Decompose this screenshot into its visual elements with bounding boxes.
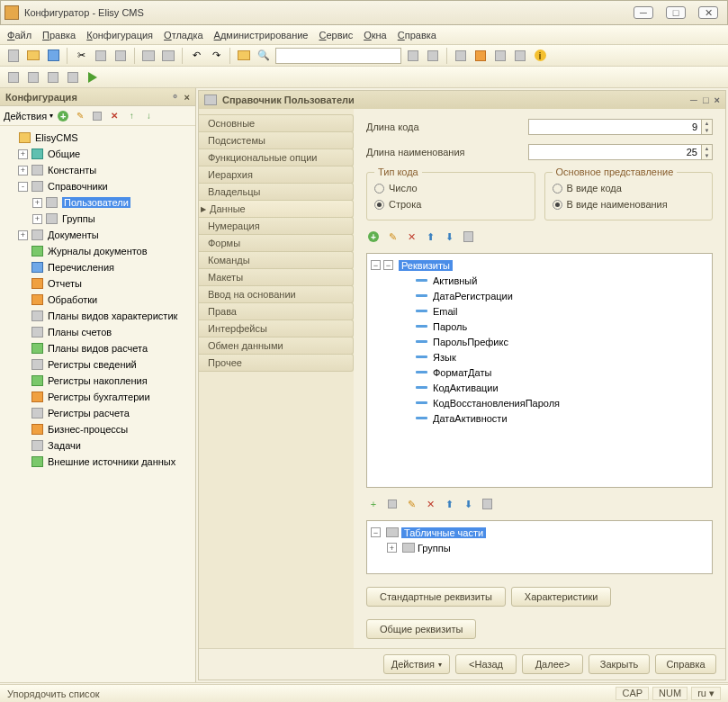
tree-item[interactable]: Регистры бухгалтерии bbox=[2, 389, 193, 405]
copy-icon[interactable] bbox=[93, 48, 109, 64]
tp-up-icon[interactable]: ⬆ bbox=[442, 497, 456, 511]
st3-icon[interactable] bbox=[45, 69, 61, 86]
undo-icon[interactable]: ↶ bbox=[188, 48, 204, 64]
wizard-next-button[interactable]: Далее> bbox=[522, 654, 583, 674]
tabparts-tree-box[interactable]: −Табличные части+Группы bbox=[366, 520, 713, 574]
prop-up-icon[interactable]: ⬆ bbox=[423, 230, 437, 244]
radio-string[interactable]: Строка bbox=[374, 196, 527, 212]
spin-up-icon[interactable]: ▲ bbox=[701, 120, 712, 127]
close-panel-icon[interactable]: × bbox=[184, 92, 190, 103]
editor-maximize-icon[interactable]: □ bbox=[703, 94, 709, 105]
status-lang[interactable]: ru ▾ bbox=[691, 687, 721, 700]
maximize-button[interactable]: □ bbox=[666, 6, 686, 19]
tree-item[interactable]: +Документы bbox=[2, 227, 193, 243]
tree-item[interactable]: Планы счетов bbox=[2, 324, 193, 340]
common-attrs-button[interactable]: Общие реквизиты bbox=[366, 619, 476, 639]
tree-item[interactable]: Обработки bbox=[2, 292, 193, 308]
tree-item[interactable]: Внешние источники данных bbox=[2, 454, 193, 470]
editor-minimize-icon[interactable]: ─ bbox=[690, 94, 697, 105]
tb2-icon[interactable] bbox=[425, 48, 441, 64]
folder-icon[interactable] bbox=[236, 48, 252, 64]
props-tree-box[interactable]: −−РеквизитыАктивныйДатаРегистрацииEmailП… bbox=[366, 253, 713, 488]
nav-tab[interactable]: Макеты bbox=[199, 268, 354, 286]
prop-down-icon[interactable]: ⬇ bbox=[442, 230, 456, 244]
wizard-back-button[interactable]: <Назад bbox=[455, 654, 517, 674]
st2-icon[interactable] bbox=[25, 69, 41, 86]
editor-close-icon[interactable]: × bbox=[715, 94, 720, 105]
nav-tab[interactable]: Прочее bbox=[199, 354, 354, 372]
name-length-input[interactable]: ▲▼ bbox=[528, 144, 713, 160]
tree-item[interactable]: +Пользователи bbox=[2, 194, 193, 211]
menu-help[interactable]: Справка bbox=[398, 30, 436, 40]
tree-item[interactable]: Планы видов расчета bbox=[2, 340, 193, 356]
paste-icon[interactable] bbox=[112, 48, 129, 64]
config-tree[interactable]: ElisyCMS+Общие+Константы-Справочники+Пол… bbox=[0, 126, 195, 682]
save-icon[interactable] bbox=[45, 48, 61, 64]
nav-tab[interactable]: Иерархия bbox=[199, 166, 354, 184]
run-icon[interactable] bbox=[85, 69, 101, 86]
wizard-help-button[interactable]: Справка bbox=[655, 654, 716, 674]
code-length-value[interactable] bbox=[529, 122, 701, 132]
tp-edit-icon[interactable]: ✎ bbox=[404, 497, 418, 511]
nav-tab[interactable]: Основные bbox=[199, 114, 354, 132]
menu-windows[interactable]: Окна bbox=[364, 30, 387, 40]
radio-number[interactable]: Число bbox=[374, 180, 527, 196]
nav-tab[interactable]: Команды bbox=[199, 251, 354, 269]
edit-icon[interactable]: ✎ bbox=[73, 109, 87, 123]
sort-icon[interactable]: ↓ bbox=[141, 109, 156, 123]
tree-item[interactable]: Регистры накопления bbox=[2, 373, 193, 389]
new-icon[interactable] bbox=[5, 48, 22, 64]
radio-as-code[interactable]: В виде кода bbox=[553, 180, 706, 196]
cut-icon[interactable]: ✂ bbox=[73, 48, 89, 64]
tree-item[interactable]: Отчеты bbox=[2, 275, 193, 292]
menu-admin[interactable]: Администрирование bbox=[214, 30, 309, 40]
refresh-icon[interactable]: ↑ bbox=[124, 109, 139, 123]
open-icon[interactable] bbox=[25, 48, 41, 64]
menu-edit[interactable]: Правка bbox=[42, 30, 76, 40]
tree-item[interactable]: Перечисления bbox=[2, 259, 193, 275]
name-length-value[interactable] bbox=[529, 147, 701, 158]
prop-delete-icon[interactable]: ✕ bbox=[404, 230, 418, 244]
tree-item[interactable]: Регистры сведений bbox=[2, 356, 193, 373]
tb1-icon[interactable] bbox=[405, 48, 421, 64]
nav-tab[interactable]: Подсистемы bbox=[199, 131, 354, 149]
tb4-icon[interactable] bbox=[492, 48, 508, 64]
calendar-icon[interactable] bbox=[512, 48, 528, 64]
menu-service[interactable]: Сервис bbox=[319, 30, 353, 40]
nav-tab[interactable]: Владельцы bbox=[199, 183, 354, 201]
wand-icon[interactable] bbox=[90, 109, 104, 123]
tree-item[interactable]: Журналы документов bbox=[2, 243, 193, 259]
tree-item[interactable]: +Общие bbox=[2, 146, 193, 162]
wizard-close-button[interactable]: Закрыть bbox=[589, 654, 650, 674]
nav-tab[interactable]: Функциональные опции bbox=[199, 148, 354, 166]
redo-icon[interactable]: ↷ bbox=[208, 48, 224, 64]
nav-tab[interactable]: Нумерация bbox=[199, 217, 354, 235]
tree-item[interactable]: Задачи bbox=[2, 437, 193, 454]
tp-add2-icon[interactable] bbox=[385, 497, 400, 511]
actions-dropdown[interactable]: Действия bbox=[4, 111, 47, 122]
print-icon[interactable] bbox=[140, 48, 157, 64]
tree-item[interactable]: +Константы bbox=[2, 162, 193, 178]
spin-down-icon[interactable]: ▼ bbox=[701, 152, 712, 159]
prop-list-icon[interactable] bbox=[461, 230, 475, 244]
prop-add-icon[interactable]: + bbox=[366, 230, 381, 244]
pin-icon[interactable]: ⚬ bbox=[171, 91, 179, 103]
tp-delete-icon[interactable]: ✕ bbox=[423, 497, 437, 511]
search-icon[interactable]: 🔍 bbox=[256, 48, 272, 64]
tp-list-icon[interactable] bbox=[480, 497, 494, 511]
close-button[interactable]: ✕ bbox=[698, 6, 718, 19]
minimize-button[interactable]: ─ bbox=[634, 6, 653, 19]
nav-tab[interactable]: Ввод на основании bbox=[199, 285, 354, 303]
prop-edit-icon[interactable]: ✎ bbox=[385, 230, 400, 244]
code-length-input[interactable]: ▲▼ bbox=[528, 119, 713, 135]
tree-item[interactable]: +Группы bbox=[2, 211, 193, 227]
nav-tab[interactable]: Данные bbox=[199, 200, 354, 218]
nav-tab[interactable]: Интерфейсы bbox=[199, 320, 354, 338]
actions-dd-icon[interactable]: ▾ bbox=[49, 112, 53, 120]
info-icon[interactable]: i bbox=[532, 48, 548, 64]
menu-debug[interactable]: Отладка bbox=[164, 30, 203, 40]
menu-config[interactable]: Конфигурация bbox=[86, 30, 153, 40]
wizard-actions-button[interactable]: Действия▾ bbox=[383, 654, 450, 674]
characteristics-button[interactable]: Характеристики bbox=[511, 587, 612, 607]
nav-tab[interactable]: Обмен данными bbox=[199, 337, 354, 355]
